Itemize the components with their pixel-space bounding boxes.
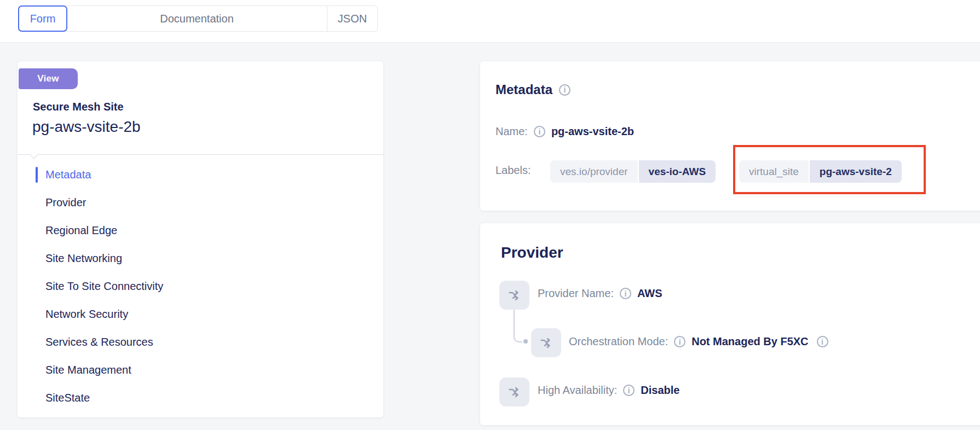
- view-badge: View: [19, 68, 78, 89]
- nav-item-provider[interactable]: Provider: [18, 189, 383, 217]
- provider-name-label: Provider Name:: [538, 287, 614, 300]
- label-value: pg-aws-vsite-2: [810, 160, 902, 183]
- info-icon[interactable]: i: [623, 385, 635, 396]
- label-key: ves.io/provider: [550, 160, 638, 183]
- high-availability-row: High Availability: i Disable: [538, 384, 679, 397]
- view-mode-tabstrip: Form Documentation JSON: [18, 5, 378, 32]
- provider-card-title: Provider: [501, 244, 563, 262]
- label-pair-virtual-site: virtual_site pg-aws-vsite-2: [739, 160, 902, 183]
- orchestration-mode-value: Not Managed By F5XC: [691, 335, 808, 348]
- orchestration-mode-label: Orchestration Mode:: [569, 335, 668, 348]
- labels-label: Labels:: [495, 164, 531, 177]
- nav-item-regional-edge[interactable]: Regional Edge: [18, 217, 383, 245]
- nav-item-services-resources[interactable]: Services & Resources: [18, 328, 383, 356]
- chevron-down-notch-icon: [30, 150, 39, 159]
- high-availability-value: Disable: [641, 384, 679, 397]
- nav-item-site-management[interactable]: Site Management: [18, 356, 383, 384]
- info-icon[interactable]: i: [817, 336, 828, 347]
- section-nav: Metadata Provider Regional Edge Site Net…: [18, 161, 383, 412]
- nav-item-sitestate[interactable]: SiteState: [18, 384, 383, 412]
- high-availability-label: High Availability:: [538, 384, 617, 397]
- sidebar-divider: [18, 154, 383, 155]
- info-icon[interactable]: i: [674, 336, 685, 347]
- tree-connector-line: [514, 310, 522, 342]
- branch-shuffle-icon: [499, 281, 529, 310]
- nav-item-metadata[interactable]: Metadata: [18, 161, 383, 189]
- tree-connector-dot: [523, 339, 528, 344]
- provider-name-row: Provider Name: i AWS: [538, 287, 662, 300]
- object-name: pg-aws-vsite-2b: [32, 118, 141, 136]
- metadata-card: Metadata i Name: i pg-aws-vsite-2b Label…: [480, 61, 980, 211]
- provider-card: Provider Provider Name: i AWS Orchestrat…: [480, 223, 980, 425]
- labels-area: Labels: ves.io/provider ves-io-AWS virtu…: [480, 61, 980, 211]
- branch-shuffle-icon: [531, 328, 561, 357]
- label-pair-provider: ves.io/provider ves-io-AWS: [550, 160, 716, 183]
- top-tab-bar: Form Documentation JSON: [0, 0, 980, 43]
- sidebar-panel: View Secure Mesh Site pg-aws-vsite-2b Me…: [18, 61, 383, 417]
- nav-item-site-networking[interactable]: Site Networking: [18, 245, 383, 272]
- tab-form[interactable]: Form: [18, 5, 67, 32]
- info-icon[interactable]: i: [620, 288, 631, 299]
- orchestration-mode-row: Orchestration Mode: i Not Managed By F5X…: [569, 335, 828, 348]
- branch-shuffle-icon: [499, 377, 529, 406]
- object-type-label: Secure Mesh Site: [33, 101, 124, 113]
- tab-documentation[interactable]: Documentation: [67, 6, 327, 31]
- label-value: ves-io-AWS: [639, 160, 716, 183]
- nav-item-site-to-site-connectivity[interactable]: Site To Site Connectivity: [18, 272, 383, 300]
- provider-name-value: AWS: [637, 287, 662, 300]
- tab-json[interactable]: JSON: [327, 6, 377, 31]
- label-key: virtual_site: [739, 160, 809, 183]
- nav-item-network-security[interactable]: Network Security: [18, 300, 383, 328]
